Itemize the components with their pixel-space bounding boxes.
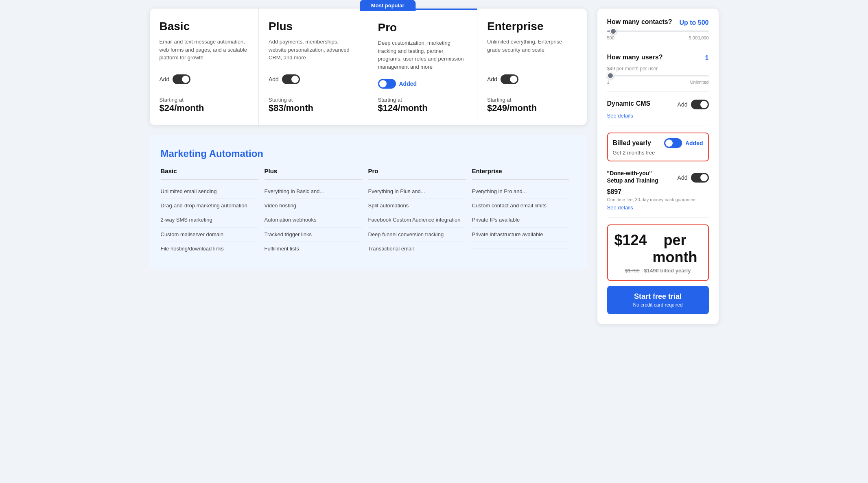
feature-col-pro: Pro Everything in Plus and... Split auto… [368,168,472,256]
plan-desc-pro: Deep customization, marketing tracking a… [378,39,468,71]
features-title: Marketing Automation [161,148,576,159]
starting-at-pro: Starting at [378,97,468,103]
plan-name-pro: Pro [378,21,468,34]
added-label-pro: Added [399,80,417,87]
users-value: 1 [705,54,709,62]
setup-training-section: "Done-with-you" Setup and Training Add $… [607,168,709,218]
plan-name-enterprise: Enterprise [487,20,577,33]
toggle-label-plus: Add [269,76,279,83]
toggle-plus[interactable] [282,74,300,84]
plan-price-basic: $24/month [160,103,249,113]
dynamic-cms-see-details[interactable]: See details [607,113,633,119]
setup-training-see-details[interactable]: See details [607,205,633,211]
toggle-pro[interactable] [378,79,396,89]
setup-training-label: "Done-with-you" Setup and Training [607,170,668,184]
users-slider-thumb[interactable] [607,72,614,79]
plans-section: Most popular Basic Email and text messag… [149,8,587,125]
plan-name-plus: Plus [269,20,358,33]
dynamic-cms-toggle-row: Dynamic CMS Add [607,100,709,109]
feature-col-enterprise: Enterprise Everything in Pro and... Cust… [472,168,576,256]
plan-card-basic: Basic Email and text message automation,… [150,9,259,125]
contacts-section: How many contacts? Up to 500 500 5,000,0… [607,18,709,47]
dynamic-cms-toggle-label: Add [678,101,688,108]
feature-item: Split automations [368,199,466,213]
plan-card-enterprise: Enterprise Unlimited everything, Enterpr… [477,9,587,125]
plans-grid: Basic Email and text message automation,… [149,8,587,125]
feature-col-header-basic: Basic [161,168,258,180]
contacts-max: 5,000,000 [689,35,709,40]
features-grid: Basic Unlimited email sending Drag-and-d… [161,168,576,256]
feature-item: Drag-and-drop marketing automation [161,199,258,213]
contacts-slider-thumb[interactable] [610,28,617,35]
plan-price-plus: $83/month [269,103,358,113]
feature-item [472,242,569,249]
feature-item: Private infrastructure available [472,228,569,242]
setup-training-desc: One time fee, 30-day money back guarante… [607,197,709,202]
dynamic-cms-section: Dynamic CMS Add See details [607,98,709,126]
users-min: 1 [607,80,610,85]
most-popular-badge: Most popular [360,0,416,11]
feature-item: Everything in Plus and... [368,185,466,199]
billed-yearly-added: Added [685,140,703,146]
toggle-row-enterprise: Add [487,74,577,84]
feature-item: 2-way SMS marketing [161,213,258,227]
toggle-row-plus: Add [269,74,358,84]
feature-item: Deep funnel conversion tracking [368,228,466,242]
starting-at-plus: Starting at [269,97,358,103]
features-section: Marketing Automation Basic Unlimited ema… [149,135,587,269]
feature-item: Tracked trigger links [265,228,362,242]
feature-item: Video hosting [265,199,362,213]
users-range-labels: 1 Unlimited [607,80,709,85]
starting-at-basic: Starting at [160,97,249,103]
contacts-header: How many contacts? Up to 500 [607,18,709,27]
setup-training-toggle-label: Add [678,174,688,181]
per-month-label: per month [649,232,702,266]
feature-col-header-pro: Pro [368,168,466,180]
feature-item: Private IPs available [472,213,569,227]
feature-col-header-plus: Plus [265,168,362,180]
dynamic-cms-right: Add [678,100,709,109]
toggle-enterprise[interactable] [501,74,518,84]
no-credit-card-label: No credit card required [614,302,702,308]
feature-col-plus: Plus Everything in Basic and... Video ho… [265,168,368,256]
price-section-pro: Starting at $124/month [378,97,468,113]
feature-col-basic: Basic Unlimited email sending Drag-and-d… [161,168,265,256]
new-price: $1490 billed yearly [644,268,691,274]
users-max: Unlimited [690,80,709,85]
plan-price-enterprise: $249/month [487,103,577,113]
contacts-slider-track[interactable] [607,30,709,32]
toggle-row-pro: Added [378,79,468,89]
billed-yearly-toggle-row: Added [664,138,703,148]
feature-item: Everything in Basic and... [265,185,362,199]
feature-col-header-enterprise: Enterprise [472,168,569,180]
setup-training-toggle-row: "Done-with-you" Setup and Training Add [607,170,709,186]
feature-item: Facebook Custom Audience integration [368,213,466,227]
sidebar: How many contacts? Up to 500 500 5,000,0… [597,8,719,324]
toggle-row-basic: Add [160,74,249,84]
plan-desc-enterprise: Unlimited everything, Enterprise-grade s… [487,38,577,66]
setup-training-price: $897 [607,188,709,196]
toggle-billed-yearly[interactable] [664,138,682,148]
price-box: $124 per month $1788 $1490 billed yearly [607,224,709,281]
feature-item: File hosting/download links [161,242,258,256]
price-section-plus: Starting at $83/month [269,97,358,113]
starting-at-enterprise: Starting at [487,97,577,103]
toggle-dynamic-cms[interactable] [691,100,709,109]
toggle-basic[interactable] [173,74,190,84]
billed-yearly-subtitle: Get 2 months free [613,150,703,156]
users-slider-track[interactable] [607,75,709,76]
feature-item: Custom mailserver domain [161,228,258,242]
feature-item: Unlimited email sending [161,185,258,199]
toggle-label-enterprise: Add [487,76,497,83]
price-section-enterprise: Starting at $249/month [487,97,577,113]
plan-card-pro: Pro Deep customization, marketing tracki… [368,9,478,125]
start-trial-button[interactable]: Start free trial No credit card required [607,286,709,314]
plan-name-basic: Basic [160,20,249,33]
plan-desc-plus: Add payments, memberships, website perso… [269,38,358,66]
start-trial-label: Start free trial [634,292,682,300]
contacts-label: How many contacts? [607,18,672,26]
dynamic-cms-label: Dynamic CMS [607,100,651,107]
toggle-setup-training[interactable] [691,173,709,183]
plan-desc-basic: Email and text message automation, web f… [160,38,249,66]
contacts-min: 500 [607,35,614,40]
